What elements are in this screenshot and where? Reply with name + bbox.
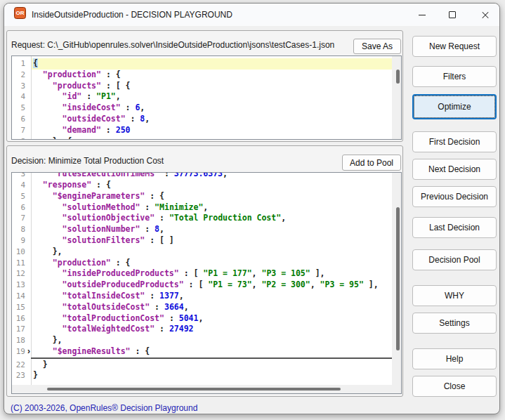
- code-line: "insideCost" : 6,: [33, 103, 145, 114]
- fold-divider: [31, 357, 392, 358]
- decision-editor-content[interactable]: 3 "rulesExecutionTimeMs" : 37773.6373,4 …: [12, 173, 401, 385]
- line-number: 1: [12, 58, 25, 70]
- request-editor[interactable]: 1{2 "production" : {3 "products" : [ {4 …: [11, 55, 402, 140]
- decision-label: Decision: Minimize Total Production Cost: [11, 156, 164, 166]
- request-path-label: Request: C:\_GitHub\openrules.solver\Ins…: [11, 40, 334, 50]
- code-line: "outsideProducedProducts" : [ "P1 = 73",…: [33, 280, 379, 291]
- request-editor-vscrollbar[interactable]: [392, 56, 401, 139]
- line-number: 3: [12, 81, 25, 92]
- line-number: 14: [12, 291, 25, 302]
- line-number: 3: [12, 173, 25, 180]
- code-line: "insideProducedProducts" : [ "P1 = 177",…: [33, 268, 324, 280]
- button-filters[interactable]: Filters: [412, 66, 497, 87]
- line-number: 2: [12, 70, 25, 81]
- code-line: "response" : {: [33, 180, 111, 191]
- line-number: 4: [12, 91, 25, 103]
- code-line: }: [33, 360, 48, 371]
- code-line: "demand" : 250: [33, 125, 131, 136]
- line-number: 11: [12, 258, 25, 269]
- code-line: },: [33, 247, 63, 258]
- code-line: "production" : {: [33, 70, 121, 81]
- decision-panel: Decision: Minimize Total Production Cost…: [6, 145, 403, 397]
- line-number: 5: [12, 191, 25, 202]
- line-number: 7: [12, 213, 25, 224]
- fold-collapsed-icon[interactable]: ›: [25, 346, 32, 357]
- button-close[interactable]: Close: [412, 376, 497, 397]
- request-editor-vscroll-thumb[interactable]: [396, 70, 400, 84]
- status-bar-text: (C) 2003-2026, OpenRules® Decision Playg…: [11, 403, 197, 413]
- decision-editor-hscroll-thumb[interactable]: [47, 388, 341, 391]
- button-optimize[interactable]: Optimize: [412, 94, 497, 119]
- window-title: InsideOutsideProduction - DECISION PLAYG…: [32, 10, 232, 20]
- line-number: 13: [12, 280, 25, 291]
- app-window: OR InsideOutsideProduction - DECISION PL…: [4, 3, 500, 414]
- code-line: "rulesExecutionTimeMs" : 37773.6373,: [33, 173, 228, 180]
- app-icon: OR: [14, 7, 26, 19]
- line-number: 10: [12, 247, 25, 258]
- code-line: "totalInsideCost" : 1377,: [33, 291, 184, 302]
- line-number: 15: [12, 302, 25, 313]
- save-as-button[interactable]: Save As: [353, 39, 401, 54]
- button-new-request[interactable]: New Request: [412, 36, 497, 57]
- code-line: "id" : "P1",: [33, 91, 121, 103]
- line-number: 16: [12, 313, 25, 324]
- code-line: "totalWeightedCost" : 27492: [33, 324, 194, 335]
- code-line: "solutionNumber" : 8,: [33, 224, 164, 235]
- line-number: 7: [12, 125, 25, 136]
- current-line-highlight: [32, 58, 392, 70]
- code-line: }, {: [33, 136, 72, 139]
- line-number: 17: [12, 324, 25, 335]
- code-line: "$engineResults" : {: [33, 346, 150, 357]
- line-number: 9: [12, 235, 25, 247]
- code-line: "solutionMethod" : "Minimize",: [33, 202, 208, 214]
- action-button-column: New RequestFiltersOptimizeFirst Decision…: [412, 4, 497, 415]
- code-line: "products" : [ {: [33, 81, 131, 92]
- decision-editor-hscrollbar[interactable]: [12, 385, 401, 393]
- button-why[interactable]: WHY: [412, 285, 497, 306]
- code-line: "production" : {: [33, 258, 131, 269]
- button-settings[interactable]: Settings: [412, 313, 497, 334]
- decision-editor-vscroll-thumb[interactable]: [396, 207, 400, 350]
- line-number: 4: [12, 180, 25, 191]
- line-number: 12: [12, 268, 25, 280]
- code-line: "solutionFilters" : [ ]: [33, 235, 174, 247]
- request-editor-content[interactable]: 1{2 "production" : {3 "products" : [ {4 …: [12, 56, 401, 139]
- line-number: 6: [12, 114, 25, 125]
- code-line: "totalOutsideCost" : 3664,: [33, 302, 189, 313]
- code-line: "totalProductionCost" : 5041,: [33, 313, 203, 324]
- line-number: 22: [12, 360, 25, 371]
- decision-editor[interactable]: 3 "rulesExecutionTimeMs" : 37773.6373,4 …: [11, 172, 402, 394]
- code-line: }: [33, 370, 38, 381]
- code-line: {: [33, 58, 38, 70]
- code-line: "$engineParameters" : {: [33, 191, 164, 202]
- code-line: },: [33, 335, 63, 346]
- add-to-pool-button[interactable]: Add to Pool: [342, 155, 401, 171]
- button-first-decision[interactable]: First Decision: [412, 131, 497, 152]
- code-line: "solutionObjective" : "Total Production …: [33, 213, 286, 224]
- line-number: 23: [12, 370, 25, 381]
- code-line: "outsideCost" : 8,: [33, 114, 150, 125]
- button-previous-decision[interactable]: Previous Decision: [412, 186, 497, 207]
- decision-editor-vscrollbar[interactable]: [392, 173, 401, 385]
- button-last-decision[interactable]: Last Decision: [412, 217, 497, 238]
- button-next-decision[interactable]: Next Decision: [412, 159, 497, 180]
- line-number: 19: [12, 346, 25, 357]
- button-decision-pool[interactable]: Decision Pool: [412, 249, 497, 270]
- line-number: 6: [12, 202, 25, 214]
- button-help[interactable]: Help: [412, 348, 497, 369]
- line-number: 8: [12, 136, 25, 139]
- app-icon-text: OR: [16, 10, 25, 16]
- request-panel: Request: C:\_GitHub\openrules.solver\Ins…: [6, 30, 403, 142]
- line-number: 5: [12, 103, 25, 114]
- line-number: 8: [12, 224, 25, 235]
- line-number: 18: [12, 335, 25, 346]
